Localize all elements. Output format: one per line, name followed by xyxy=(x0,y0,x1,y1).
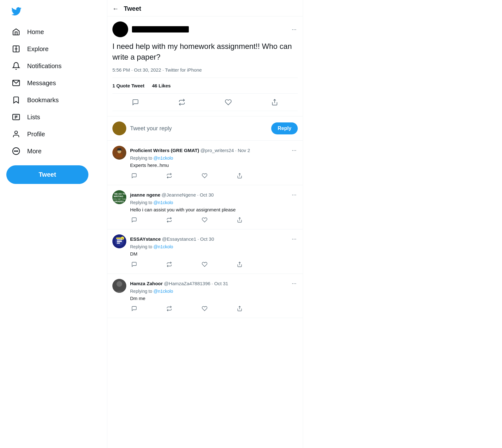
reply-retweet-2[interactable] xyxy=(165,216,173,224)
reply-more-button-4[interactable]: ··· xyxy=(290,279,298,288)
svg-point-35 xyxy=(117,281,122,287)
sidebar-item-profile[interactable]: Profile xyxy=(6,126,101,142)
replying-to-link-3[interactable]: @n1ckolo xyxy=(153,244,173,249)
reply-header-4: Hamza Zahoor @HamzaZa47881396 · Oct 31 ·… xyxy=(130,279,298,288)
reply-share-2[interactable] xyxy=(236,216,244,224)
reply-more-button-3[interactable]: ··· xyxy=(290,234,298,244)
reply-header-2: jeanne ngene @JeanneNgene · Oct 30 ··· xyxy=(130,190,298,199)
quote-tweet-label: Quote Tweet xyxy=(117,83,145,88)
sidebar-item-messages[interactable]: Messages xyxy=(6,75,101,91)
reply-handle-1: @pro_writers24 xyxy=(200,148,234,153)
sidebar-item-label-notifications: Notifications xyxy=(27,62,62,70)
reply-date-1-val: Nov 2 xyxy=(238,148,250,153)
replying-to-link-4[interactable]: @n1ckolo xyxy=(153,289,173,294)
reply-comment-2[interactable] xyxy=(130,216,138,224)
svg-rect-29 xyxy=(117,241,122,242)
reply-like-1[interactable] xyxy=(200,172,209,180)
reply-date-2-val: Oct 30 xyxy=(200,192,214,197)
svg-point-8 xyxy=(15,131,18,134)
replying-to-2: Replying to @n1ckolo xyxy=(130,200,298,205)
tweet-author-row: ··· xyxy=(112,21,298,37)
reply-retweet-4[interactable] xyxy=(165,304,173,313)
reply-like-3[interactable] xyxy=(200,260,209,268)
back-button[interactable]: ← xyxy=(112,5,119,12)
reply-actions-2 xyxy=(130,216,244,224)
comment-action-button[interactable] xyxy=(129,96,141,108)
twitter-logo[interactable] xyxy=(6,3,101,21)
page-title: Tweet xyxy=(124,5,141,12)
quote-tweet-stat[interactable]: 1 Quote Tweet xyxy=(112,83,144,88)
explore-icon xyxy=(11,45,21,53)
bookmark-icon xyxy=(11,96,21,104)
main-content: ← Tweet ··· I need help with my homework… xyxy=(107,0,303,448)
replying-to-1: Replying to @n1ckolo xyxy=(130,156,298,161)
reply-actions-1 xyxy=(130,172,244,180)
reply-more-button-1[interactable]: ··· xyxy=(290,146,298,155)
reply-avatar-hamza xyxy=(112,279,126,293)
sidebar-item-lists[interactable]: Lists xyxy=(6,109,101,125)
svg-text:✓: ✓ xyxy=(122,238,123,240)
reply-box: Tweet your reply Reply xyxy=(107,116,303,141)
likes-stat[interactable]: 46 Likes xyxy=(152,83,170,88)
reply-item: Proficient Writers (GRE GMAT) @pro_write… xyxy=(107,141,303,185)
sidebar-item-label-lists: Lists xyxy=(27,114,40,121)
reply-date-4: · xyxy=(212,281,213,286)
like-action-button[interactable] xyxy=(222,96,234,108)
reply-name-3: ESSAYstance xyxy=(130,236,161,242)
original-tweet: ··· I need help with my homework assignm… xyxy=(107,16,303,116)
reply-header-1: Proficient Writers (GRE GMAT) @pro_write… xyxy=(130,146,298,155)
reply-text-2: Hello i can assist you with your assignm… xyxy=(130,206,298,214)
reply-more-button-2[interactable]: ··· xyxy=(290,190,298,199)
reply-avatar-proficient xyxy=(112,146,126,160)
reply-share-3[interactable] xyxy=(236,260,244,268)
sidebar-item-label-explore: Explore xyxy=(27,45,49,53)
author-name-block xyxy=(132,26,189,32)
reply-share-1[interactable] xyxy=(236,172,244,180)
reply-handle-2: @JeanneNgene xyxy=(162,192,196,197)
tweet-content: I need help with my homework assignment!… xyxy=(112,41,298,62)
sidebar-item-explore[interactable]: Explore xyxy=(6,41,101,57)
tweet-page-header: ← Tweet xyxy=(107,0,303,16)
sidebar-item-more[interactable]: More xyxy=(6,143,101,159)
likes-label: Likes xyxy=(158,83,170,88)
reply-input[interactable]: Tweet your reply xyxy=(130,125,267,132)
svg-point-10 xyxy=(15,151,15,151)
share-action-button[interactable] xyxy=(269,96,281,108)
reply-meta-2: jeanne ngene @JeanneNgene · Oct 30 xyxy=(130,192,214,197)
svg-rect-15 xyxy=(116,154,123,157)
reply-like-4[interactable] xyxy=(200,304,209,313)
replies-list: Proficient Writers (GRE GMAT) @pro_write… xyxy=(107,141,303,318)
reply-avatar-essay: ✓ xyxy=(112,234,126,248)
replying-to-link-2[interactable]: @n1ckolo xyxy=(153,200,173,205)
reply-comment-1[interactable] xyxy=(130,172,138,180)
reply-comment-3[interactable] xyxy=(130,260,138,268)
tweet-timestamp: 5:56 PM · Oct 30, 2022 · Twitter for iPh… xyxy=(112,67,298,78)
tweet-button[interactable]: Tweet xyxy=(6,165,88,184)
reply-item: WE DO THE WRITING YOU GET THE GRADES jea… xyxy=(107,185,303,230)
svg-rect-17 xyxy=(117,150,122,150)
sidebar-item-home[interactable]: Home xyxy=(6,24,101,40)
current-user-avatar xyxy=(112,121,126,135)
reply-retweet-3[interactable] xyxy=(165,260,173,268)
retweet-action-button[interactable] xyxy=(176,96,188,108)
reply-like-2[interactable] xyxy=(200,216,209,224)
sidebar-item-label-messages: Messages xyxy=(27,80,56,87)
reply-meta-3: ESSAYstance @Essaystance1 · Oct 30 xyxy=(130,236,214,242)
replying-to-3: Replying to @n1ckolo xyxy=(130,244,298,249)
svg-text:WE DO THE: WE DO THE xyxy=(114,193,126,195)
reply-item: ✓ ESSAYstance @Essaystance1 · Oct 30 ···… xyxy=(107,229,303,274)
reply-body-2: jeanne ngene @JeanneNgene · Oct 30 ··· R… xyxy=(130,190,298,224)
replying-to-link-1[interactable]: @n1ckolo xyxy=(153,156,173,161)
sidebar-item-notifications[interactable]: Notifications xyxy=(6,58,101,74)
sidebar-item-label-bookmarks: Bookmarks xyxy=(27,97,59,104)
reply-actions-3 xyxy=(130,260,244,268)
sidebar-item-label-home: Home xyxy=(27,28,44,36)
reply-body-1: Proficient Writers (GRE GMAT) @pro_write… xyxy=(130,146,298,180)
reply-retweet-1[interactable] xyxy=(165,172,173,180)
tweet-more-button[interactable]: ··· xyxy=(290,25,298,34)
reply-submit-button[interactable]: Reply xyxy=(271,122,298,134)
reply-body-4: Hamza Zahoor @HamzaZa47881396 · Oct 31 ·… xyxy=(130,279,298,313)
reply-comment-4[interactable] xyxy=(130,304,138,313)
sidebar-item-bookmarks[interactable]: Bookmarks xyxy=(6,92,101,108)
reply-share-4[interactable] xyxy=(236,304,244,313)
